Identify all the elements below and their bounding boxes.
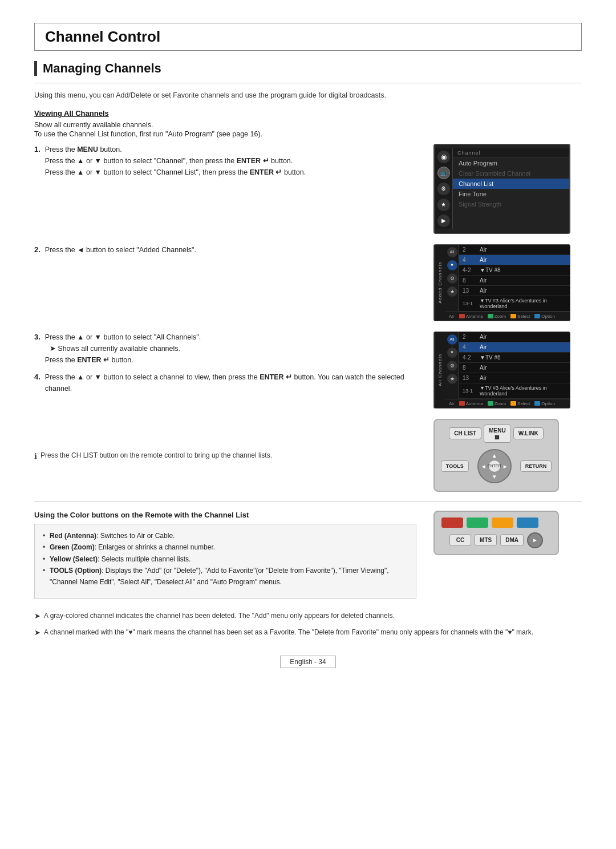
- all-ch-icon-all: All: [447, 334, 457, 345]
- red-btn: [441, 518, 463, 528]
- ch-list-footer-1: Air Antenna Zoom Select Option: [445, 312, 570, 321]
- footer-antenna-btn: Antenna: [459, 314, 483, 319]
- added-channels-content: All ♥ ⚙ ★ 2 Air 4 Air: [445, 245, 570, 321]
- green-btn: [467, 518, 488, 528]
- red-dot2: [459, 401, 465, 406]
- wlink-btn: W.LINK: [513, 427, 544, 439]
- all-ch-icon-gear: ⚙: [447, 361, 457, 371]
- mts-btn: MTS: [475, 534, 497, 546]
- step4-content: Press the ▲ or ▼ button to select a chan…: [45, 371, 416, 394]
- color-row: [441, 518, 551, 528]
- subsection-desc1: Show all currently available channels.: [34, 121, 582, 129]
- footer-zoom-btn2: Zoom: [488, 401, 506, 406]
- icon-antenna: ◉: [437, 151, 450, 163]
- step3-text: Press the ▲ or ▼ button to select "All C…: [45, 333, 201, 364]
- arrow-prefix-1: ➤: [34, 611, 40, 622]
- all-ch-rows-container: 2 Air 4 Air 4-2 ▼TV #8: [459, 332, 570, 399]
- step1-num: 1.: [34, 144, 40, 156]
- yellow-btn: [492, 518, 513, 528]
- dpad-up: ▲: [492, 452, 497, 459]
- all-ch-row-13-1: 13-1 ▼TV #3 Alice's Adventures in Wonder…: [459, 383, 570, 399]
- all-ch-sidebar-icons: All ♥ ⚙ ★: [445, 332, 459, 399]
- step3-4-text-col: 3. Press the ▲ or ▼ button to select "Al…: [34, 331, 433, 400]
- all-ch-full-row: All Channels All ♥ ⚙ ★ 2 Air: [434, 332, 570, 408]
- all-ch-row-13: 13 Air: [459, 373, 570, 383]
- tools-area: TOOLS: [441, 460, 469, 472]
- added-channels-list: Added Channels All ♥ ⚙ ★ 2 Air: [433, 244, 570, 321]
- menu-btn: MENU▦: [484, 424, 510, 443]
- note2a-block: ➤ A gray-colored channel indicates the c…: [34, 611, 582, 622]
- color-bullets-box: Red (Antenna): Switches to Air or Cable.…: [34, 524, 416, 599]
- footer-air2: Air: [449, 401, 455, 406]
- step1-content: Press the MENU button. Press the ▲ or ▼ …: [45, 144, 416, 178]
- tv-menu-items-col: Channel Auto Program Clear Scrambled Cha…: [453, 148, 569, 229]
- menu-screenshot: ◉ 📺 ⚙ ★ ▶ Channel Auto Program Clear Scr…: [433, 144, 582, 234]
- dpad-enter: ENTER: [488, 460, 501, 472]
- ch-list-btn: CH LIST: [449, 427, 481, 439]
- step2-text: Press the ◄ button to select "Added Chan…: [45, 246, 196, 254]
- ch-row-2: 2 Air: [459, 245, 570, 255]
- color-remote: CC MTS DMA ►: [433, 511, 559, 555]
- all-ch-icon-fav: ♥: [447, 347, 457, 358]
- yellow-dot: [510, 314, 516, 318]
- remote-screenshot: CH LIST MENU▦ W.LINK TOOLS ▲ ▼ ◄ ► ENTER: [433, 419, 582, 492]
- page-title-box: Channel Control: [34, 23, 582, 51]
- step1-text: Press the MENU button. Press the ▲ or ▼ …: [45, 145, 306, 176]
- subsection-desc2: To use the Channel List function, first …: [34, 130, 582, 138]
- bullet-red: Red (Antenna): Switches to Air or Cable.: [43, 530, 408, 541]
- ch-icon-all: All: [447, 247, 457, 257]
- icon-gear: ⚙: [437, 183, 450, 195]
- dpad-down: ▼: [492, 474, 497, 480]
- step2-row: 2. Press the ◄ button to select "Added C…: [34, 244, 582, 321]
- all-channels-sidebar-label: All Channels: [434, 332, 445, 408]
- dpad-circle: ▲ ▼ ◄ ► ENTER: [477, 449, 512, 483]
- dpad-right: ►: [502, 463, 508, 469]
- ch-icon-star2: ★: [447, 286, 457, 297]
- green-dot2: [488, 401, 493, 406]
- green-dot: [488, 314, 493, 318]
- step4-block: 4. Press the ▲ or ▼ button to select a c…: [34, 371, 416, 394]
- ch-full-row: Added Channels All ♥ ⚙ ★ 2 Air: [434, 245, 570, 321]
- note2a-text: A gray-colored channel indicates the cha…: [44, 611, 395, 621]
- tv-menu-icons: ◉ 📺 ⚙ ★ ▶: [435, 148, 453, 229]
- ch-list-note-text: ℹ Press the CH LIST button on the remote…: [34, 444, 433, 467]
- footer: English - 34: [34, 656, 582, 668]
- added-channels-sidebar-label: Added Channels: [434, 245, 445, 321]
- ch-rows-container: 2 Air 4 Air 4-2 ▼TV #8: [459, 245, 570, 312]
- note2b-text: A channel marked with the "♥" mark means…: [44, 627, 533, 638]
- step3-content: Press the ▲ or ▼ button to select "All C…: [45, 331, 416, 366]
- step3-num: 3.: [34, 331, 40, 343]
- ch-row-13: 13 Air: [459, 286, 570, 296]
- remote-mid-row: TOOLS ▲ ▼ ◄ ► ENTER RETURN: [441, 446, 552, 486]
- bullet-yellow: Yellow (Select): Selects multiple channe…: [43, 553, 408, 565]
- footer-antenna-btn2: Antenna: [459, 401, 483, 406]
- all-ch-row-8: 8 Air: [459, 363, 570, 373]
- step2-block: 2. Press the ◄ button to select "Added C…: [34, 244, 416, 256]
- all-ch-row-4-selected: 4 Air: [459, 342, 570, 353]
- dpad: ▲ ▼ ◄ ► ENTER: [475, 446, 514, 486]
- color-buttons-screenshot: CC MTS DMA ►: [433, 511, 582, 555]
- menu-item-autoprog: Auto Program: [453, 158, 569, 168]
- blue-btn: [517, 518, 538, 528]
- section-title-box: Managing Channels: [34, 61, 582, 76]
- step2-num: 2.: [34, 244, 40, 256]
- red-dot: [459, 314, 465, 318]
- ch-sidebar-icons: All ♥ ⚙ ★: [445, 245, 459, 312]
- footer-zoom-btn: Zoom: [488, 314, 506, 319]
- subsection-title: Viewing All Channels: [34, 109, 582, 118]
- all-ch-icons-row: All ♥ ⚙ ★ 2 Air 4 Air: [445, 332, 570, 399]
- note-icon: ℹ: [34, 451, 37, 462]
- footer-page: English - 34: [280, 656, 335, 668]
- footer-air: Air: [449, 314, 455, 319]
- icon-star: ★: [437, 199, 450, 211]
- footer-option-btn2: Option: [534, 401, 555, 406]
- ch-list-note-row: ℹ Press the CH LIST button on the remote…: [34, 419, 582, 492]
- note1-text: Press the CH LIST button on the remote c…: [40, 450, 272, 460]
- footer-option-btn: Option: [534, 314, 555, 319]
- ch-icons-row: All ♥ ⚙ ★ 2 Air 4 Air: [445, 245, 570, 312]
- footer-select-btn2: Select: [510, 401, 530, 406]
- all-ch-icon-star: ★: [447, 374, 457, 384]
- menu-item-signalstrength: Signal Strength: [453, 199, 569, 209]
- blue-dot2: [534, 401, 540, 406]
- tv-channel-menu: ◉ 📺 ⚙ ★ ▶ Channel Auto Program Clear Scr…: [433, 144, 570, 234]
